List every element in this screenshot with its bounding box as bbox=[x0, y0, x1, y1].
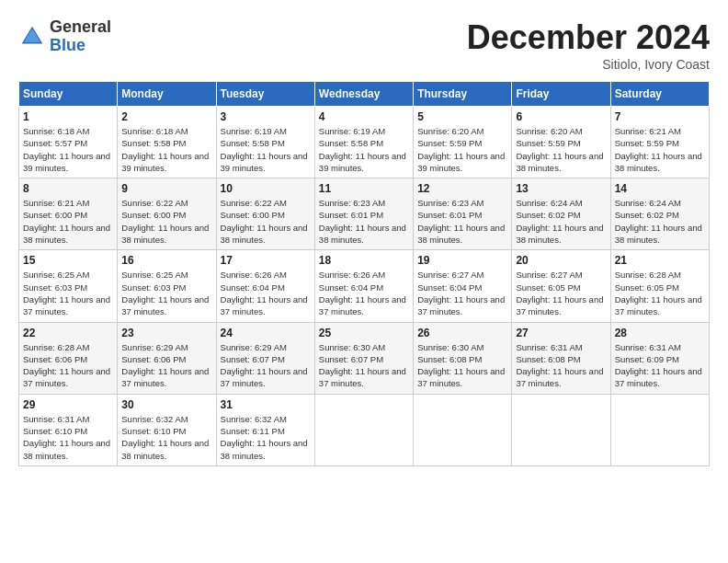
title-block: December 2024 Sitiolo, Ivory Coast bbox=[467, 18, 710, 72]
day-info: Sunrise: 6:31 AMSunset: 6:09 PMDaylight:… bbox=[615, 341, 705, 390]
day-info: Sunrise: 6:32 AMSunset: 6:10 PMDaylight:… bbox=[121, 413, 211, 462]
calendar-cell: 12Sunrise: 6:23 AMSunset: 6:01 PMDayligh… bbox=[414, 178, 512, 250]
day-info: Sunrise: 6:22 AMSunset: 6:00 PMDaylight:… bbox=[221, 197, 311, 246]
logo-blue: Blue bbox=[50, 37, 111, 55]
calendar-cell: 13Sunrise: 6:24 AMSunset: 6:02 PMDayligh… bbox=[512, 178, 610, 250]
calendar-cell bbox=[512, 394, 610, 465]
day-info: Sunrise: 6:24 AMSunset: 6:02 PMDaylight:… bbox=[615, 197, 705, 246]
calendar-cell: 16Sunrise: 6:25 AMSunset: 6:03 PMDayligh… bbox=[118, 250, 216, 322]
calendar-cell bbox=[414, 394, 512, 465]
calendar-cell: 15Sunrise: 6:25 AMSunset: 6:03 PMDayligh… bbox=[19, 250, 118, 322]
calendar-week-row: 15Sunrise: 6:25 AMSunset: 6:03 PMDayligh… bbox=[19, 250, 710, 322]
day-number: 7 bbox=[615, 110, 705, 123]
logo-icon bbox=[18, 23, 46, 51]
page-header: General Blue December 2024 Sitiolo, Ivor… bbox=[18, 18, 710, 72]
day-number: 22 bbox=[23, 327, 113, 339]
day-number: 19 bbox=[417, 254, 507, 267]
day-number: 8 bbox=[23, 182, 113, 195]
calendar-cell: 2Sunrise: 6:18 AMSunset: 5:58 PMDaylight… bbox=[118, 107, 216, 178]
day-number: 21 bbox=[615, 254, 705, 267]
calendar-week-row: 22Sunrise: 6:28 AMSunset: 6:06 PMDayligh… bbox=[19, 322, 710, 394]
calendar-cell: 18Sunrise: 6:26 AMSunset: 6:04 PMDayligh… bbox=[314, 250, 413, 322]
calendar-cell: 3Sunrise: 6:19 AMSunset: 5:58 PMDaylight… bbox=[216, 107, 314, 178]
calendar-cell: 19Sunrise: 6:27 AMSunset: 6:04 PMDayligh… bbox=[414, 250, 512, 322]
day-header: Monday bbox=[118, 82, 216, 107]
day-info: Sunrise: 6:24 AMSunset: 6:02 PMDaylight:… bbox=[516, 197, 606, 246]
day-number: 16 bbox=[121, 254, 211, 267]
day-info: Sunrise: 6:28 AMSunset: 6:05 PMDaylight:… bbox=[615, 269, 705, 317]
calendar-cell: 25Sunrise: 6:30 AMSunset: 6:07 PMDayligh… bbox=[314, 322, 413, 394]
calendar-cell: 4Sunrise: 6:19 AMSunset: 5:58 PMDaylight… bbox=[314, 107, 413, 178]
calendar-week-row: 1Sunrise: 6:18 AMSunset: 5:57 PMDaylight… bbox=[19, 107, 710, 178]
calendar-cell: 28Sunrise: 6:31 AMSunset: 6:09 PMDayligh… bbox=[610, 322, 709, 394]
calendar-cell: 30Sunrise: 6:32 AMSunset: 6:10 PMDayligh… bbox=[118, 394, 216, 465]
calendar-cell: 1Sunrise: 6:18 AMSunset: 5:57 PMDaylight… bbox=[19, 107, 118, 178]
calendar-cell: 27Sunrise: 6:31 AMSunset: 6:08 PMDayligh… bbox=[512, 322, 610, 394]
day-info: Sunrise: 6:29 AMSunset: 6:07 PMDaylight:… bbox=[221, 341, 311, 390]
calendar-cell: 11Sunrise: 6:23 AMSunset: 6:01 PMDayligh… bbox=[314, 178, 413, 250]
calendar-cell: 23Sunrise: 6:29 AMSunset: 6:06 PMDayligh… bbox=[118, 322, 216, 394]
day-info: Sunrise: 6:21 AMSunset: 6:00 PMDaylight:… bbox=[23, 197, 113, 246]
day-info: Sunrise: 6:18 AMSunset: 5:58 PMDaylight:… bbox=[121, 125, 211, 174]
calendar-cell: 7Sunrise: 6:21 AMSunset: 5:59 PMDaylight… bbox=[610, 107, 709, 178]
calendar-cell: 10Sunrise: 6:22 AMSunset: 6:00 PMDayligh… bbox=[216, 178, 314, 250]
svg-marker-1 bbox=[24, 29, 40, 42]
day-number: 26 bbox=[417, 327, 507, 339]
day-info: Sunrise: 6:20 AMSunset: 5:59 PMDaylight:… bbox=[417, 125, 507, 174]
day-info: Sunrise: 6:22 AMSunset: 6:00 PMDaylight:… bbox=[121, 197, 211, 246]
day-number: 13 bbox=[516, 182, 606, 195]
day-header: Sunday bbox=[19, 82, 118, 107]
day-header: Friday bbox=[512, 82, 610, 107]
day-number: 30 bbox=[121, 398, 211, 411]
day-number: 27 bbox=[516, 327, 606, 339]
logo-general: General bbox=[50, 18, 111, 37]
calendar-cell: 31Sunrise: 6:32 AMSunset: 6:11 PMDayligh… bbox=[216, 394, 314, 465]
day-number: 14 bbox=[615, 182, 705, 195]
logo: General Blue bbox=[18, 18, 111, 55]
day-info: Sunrise: 6:27 AMSunset: 6:04 PMDaylight:… bbox=[417, 269, 507, 317]
location-subtitle: Sitiolo, Ivory Coast bbox=[467, 57, 710, 72]
day-number: 4 bbox=[319, 110, 409, 123]
calendar-table: SundayMondayTuesdayWednesdayThursdayFrid… bbox=[18, 81, 710, 466]
day-number: 9 bbox=[121, 182, 211, 195]
day-info: Sunrise: 6:26 AMSunset: 6:04 PMDaylight:… bbox=[221, 269, 311, 317]
day-info: Sunrise: 6:21 AMSunset: 5:59 PMDaylight:… bbox=[615, 125, 705, 174]
day-number: 15 bbox=[23, 254, 113, 267]
calendar-cell: 20Sunrise: 6:27 AMSunset: 6:05 PMDayligh… bbox=[512, 250, 610, 322]
logo-text: General Blue bbox=[50, 18, 111, 55]
calendar-cell: 9Sunrise: 6:22 AMSunset: 6:00 PMDaylight… bbox=[118, 178, 216, 250]
day-info: Sunrise: 6:30 AMSunset: 6:08 PMDaylight:… bbox=[417, 341, 507, 390]
day-info: Sunrise: 6:26 AMSunset: 6:04 PMDaylight:… bbox=[319, 269, 409, 317]
day-number: 28 bbox=[615, 327, 705, 339]
day-info: Sunrise: 6:31 AMSunset: 6:10 PMDaylight:… bbox=[23, 413, 113, 462]
calendar-cell: 29Sunrise: 6:31 AMSunset: 6:10 PMDayligh… bbox=[19, 394, 118, 465]
calendar-week-row: 8Sunrise: 6:21 AMSunset: 6:00 PMDaylight… bbox=[19, 178, 710, 250]
day-number: 3 bbox=[221, 110, 311, 123]
calendar-cell: 21Sunrise: 6:28 AMSunset: 6:05 PMDayligh… bbox=[610, 250, 709, 322]
calendar-cell: 22Sunrise: 6:28 AMSunset: 6:06 PMDayligh… bbox=[19, 322, 118, 394]
day-number: 24 bbox=[221, 327, 311, 339]
day-number: 17 bbox=[221, 254, 311, 267]
calendar-week-row: 29Sunrise: 6:31 AMSunset: 6:10 PMDayligh… bbox=[19, 394, 710, 465]
day-info: Sunrise: 6:30 AMSunset: 6:07 PMDaylight:… bbox=[319, 341, 409, 390]
day-number: 10 bbox=[221, 182, 311, 195]
day-header: Saturday bbox=[610, 82, 709, 107]
day-info: Sunrise: 6:29 AMSunset: 6:06 PMDaylight:… bbox=[121, 341, 211, 390]
day-header: Wednesday bbox=[314, 82, 413, 107]
day-number: 23 bbox=[121, 327, 211, 339]
day-number: 2 bbox=[121, 110, 211, 123]
day-info: Sunrise: 6:20 AMSunset: 5:59 PMDaylight:… bbox=[516, 125, 606, 174]
day-number: 20 bbox=[516, 254, 606, 267]
day-header: Thursday bbox=[414, 82, 512, 107]
calendar-cell: 5Sunrise: 6:20 AMSunset: 5:59 PMDaylight… bbox=[414, 107, 512, 178]
day-number: 31 bbox=[221, 398, 311, 411]
day-info: Sunrise: 6:25 AMSunset: 6:03 PMDaylight:… bbox=[121, 269, 211, 317]
calendar-cell: 24Sunrise: 6:29 AMSunset: 6:07 PMDayligh… bbox=[216, 322, 314, 394]
calendar-cell bbox=[610, 394, 709, 465]
day-info: Sunrise: 6:25 AMSunset: 6:03 PMDaylight:… bbox=[23, 269, 113, 317]
day-info: Sunrise: 6:27 AMSunset: 6:05 PMDaylight:… bbox=[516, 269, 606, 317]
day-number: 12 bbox=[417, 182, 507, 195]
day-number: 11 bbox=[319, 182, 409, 195]
day-number: 29 bbox=[23, 398, 113, 411]
calendar-cell: 17Sunrise: 6:26 AMSunset: 6:04 PMDayligh… bbox=[216, 250, 314, 322]
